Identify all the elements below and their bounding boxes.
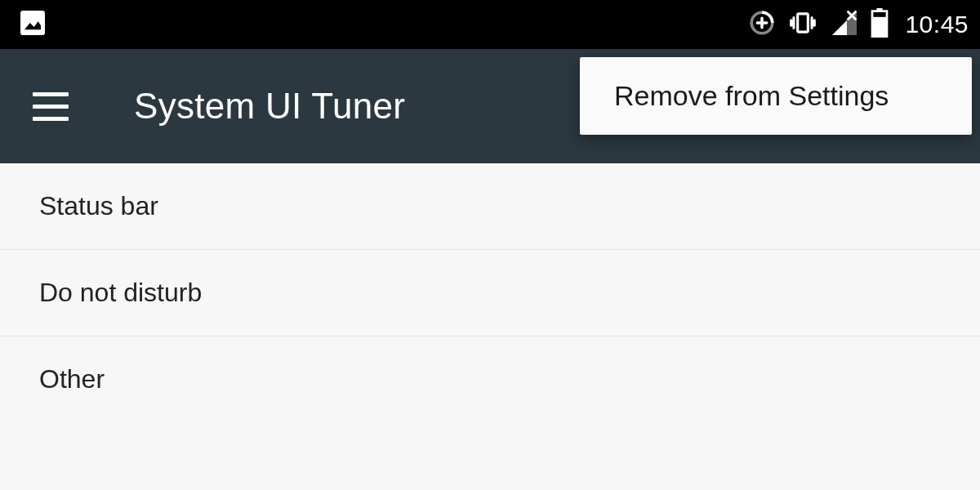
remove-from-settings-button[interactable]: Remove from Settings — [614, 80, 938, 112]
data-saver-icon — [748, 9, 776, 40]
page-title: System UI Tuner — [134, 86, 405, 127]
svg-rect-5 — [872, 17, 887, 38]
overflow-menu: Remove from Settings — [580, 57, 972, 135]
vibrate-icon — [787, 7, 818, 42]
status-clock: 10:45 — [905, 11, 969, 38]
list-item-do-not-disturb[interactable]: Do not disturb — [0, 250, 980, 336]
settings-list: Status bar Do not disturb Other — [0, 163, 980, 422]
app-bar: System UI Tuner Remove from Settings — [0, 49, 980, 163]
status-left — [16, 7, 49, 42]
list-item-other[interactable]: Other — [0, 336, 980, 422]
list-item-status-bar[interactable]: Status bar — [0, 163, 980, 250]
svg-rect-0 — [20, 11, 45, 35]
status-right: 10:45 — [748, 7, 969, 42]
svg-rect-2 — [798, 14, 808, 32]
battery-icon — [871, 8, 889, 41]
android-status-bar: 10:45 — [0, 0, 980, 49]
image-icon — [16, 7, 49, 42]
signal-icon — [830, 8, 859, 41]
hamburger-menu-icon[interactable] — [33, 86, 69, 127]
